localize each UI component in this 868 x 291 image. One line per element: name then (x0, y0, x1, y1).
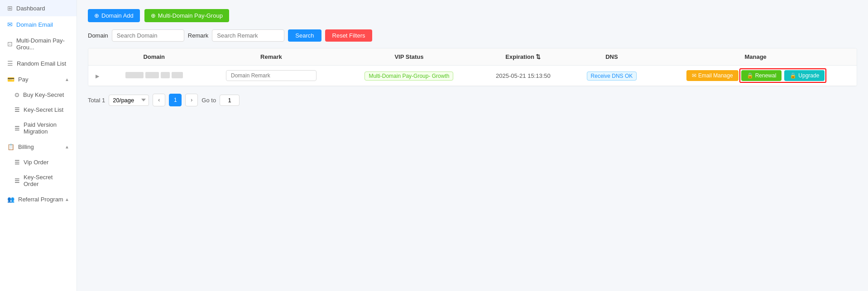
action-bar: ⊕ Domain Add ⊕ Multi-Domain Pay-Group (88, 9, 857, 22)
key-icon: ⊙ (14, 91, 19, 98)
col-domain: Domain (106, 48, 201, 66)
sidebar-group-pay[interactable]: 💳 Pay ▲ (0, 72, 77, 87)
main-content: ⊕ Domain Add ⊕ Multi-Domain Pay-Group Do… (77, 0, 868, 291)
domain-table: Domain Remark VIP Status Expiration ⇅ DN… (88, 48, 857, 86)
upgrade-button[interactable]: 🔒 Upgrade (784, 70, 825, 81)
vip-status-tag: Multi-Domain Pay-Group- Growth (364, 72, 453, 81)
sidebar-item-vip-order[interactable]: ☰ Vip Order (0, 155, 77, 170)
next-page-button[interactable]: › (185, 94, 198, 106)
search-button[interactable]: Search (288, 29, 321, 42)
sidebar-item-label: Key-Secret List (24, 106, 63, 113)
sidebar-item-label: Buy Key-Secret (23, 91, 64, 98)
pagination-bar: Total 1 20/page 50/page 100/page ‹ 1 › G… (88, 94, 857, 106)
chevron-down-icon: ▲ (65, 197, 69, 202)
sidebar-item-label: Paid Version Migration (24, 121, 69, 135)
filter-bar: Domain Remark Search Reset Filters (88, 29, 857, 42)
expiration-cell: 2025-05-21 15:13:50 (477, 66, 569, 86)
sidebar-item-key-secret-order[interactable]: ☰ Key-Secret Order (0, 170, 77, 191)
domain-cell (106, 66, 201, 86)
col-vip-status: VIP Status (341, 48, 478, 66)
renewal-button[interactable]: 🔒 Renewal (741, 70, 782, 81)
order-icon: ☰ (14, 177, 20, 184)
vip-icon: ☰ (14, 159, 20, 166)
multi-domain-pay-button[interactable]: ⊕ Multi-Domain Pay-Group (144, 9, 229, 22)
renewal-label: Renewal (755, 72, 777, 79)
plus-icon: ⊕ (94, 12, 99, 19)
domain-filter-label: Domain (88, 32, 108, 39)
sidebar-group-label: Pay (18, 76, 28, 83)
email-icon: ✉ (7, 21, 13, 28)
sidebar-item-buy-key[interactable]: ⊙ Buy Key-Secret (0, 87, 77, 102)
lock-icon: 🔒 (790, 72, 796, 79)
sidebar-item-paid-migration[interactable]: ☰ Paid Version Migration (0, 117, 77, 139)
sidebar-item-random-email[interactable]: ☰ Random Email List (0, 55, 77, 72)
reset-label: Reset Filters (332, 32, 365, 39)
sidebar-item-label: Key-Secret Order (24, 174, 69, 187)
sidebar-item-label: Vip Order (24, 159, 48, 166)
domain-masked (125, 72, 183, 78)
chevron-up-icon: ▲ (65, 77, 69, 82)
col-manage: Manage (654, 48, 857, 66)
lock-icon: 🔒 (747, 72, 753, 79)
sidebar-group-label: Billing (18, 143, 34, 150)
sidebar-group-billing[interactable]: 📋 Billing ▲ (0, 139, 77, 155)
sidebar-item-key-secret-list[interactable]: ☰ Key-Secret List (0, 102, 77, 117)
page-1-button[interactable]: 1 (169, 94, 182, 106)
dashboard-icon: ⊞ (7, 5, 13, 12)
content-area: ⊕ Domain Add ⊕ Multi-Domain Pay-Group Do… (77, 0, 868, 291)
dns-tag: Receive DNS OK (587, 72, 637, 81)
reset-filters-button[interactable]: Reset Filters (325, 29, 373, 42)
sidebar-item-domain-email[interactable]: ✉ Domain Email (0, 16, 77, 33)
upgrade-label: Upgrade (798, 72, 819, 79)
email-icon: ✉ (692, 72, 696, 79)
sidebar-item-label: Domain Email (16, 21, 53, 28)
list-icon: ☰ (7, 60, 13, 67)
group-icon: ⊕ (151, 12, 156, 19)
goto-input[interactable] (220, 95, 240, 106)
vip-status-cell: Multi-Domain Pay-Group- Growth (341, 66, 478, 86)
sidebar-item-label: Multi-Domain Pay-Grou... (16, 37, 69, 51)
grid-icon: ⊡ (7, 40, 13, 48)
search-label: Search (295, 32, 314, 39)
expand-arrow-icon[interactable]: ▶ (96, 73, 99, 79)
remark-cell[interactable] (201, 66, 340, 86)
email-manage-label: Email Manage (698, 72, 733, 79)
sidebar: ⊞ Dashboard ✉ Domain Email ⊡ Multi-Domai… (0, 0, 77, 291)
domain-search-input[interactable] (112, 29, 184, 42)
multi-domain-pay-label: Multi-Domain Pay-Group (158, 12, 223, 19)
email-manage-button[interactable]: ✉ Email Manage (686, 70, 739, 81)
manage-buttons: ✉ Email Manage 🔒 Renewal (662, 70, 849, 81)
billing-icon: 📋 (7, 143, 14, 150)
chevron-up-icon: ▲ (65, 144, 69, 149)
col-expiration: Expiration ⇅ (477, 48, 569, 66)
domain-add-label: Domain Add (101, 12, 134, 19)
sidebar-group-label: Referral Program (18, 196, 63, 203)
pagination-total: Total 1 (88, 97, 105, 104)
prev-page-button[interactable]: ‹ (153, 94, 165, 106)
referral-icon: 👥 (7, 196, 14, 203)
list-icon: ☰ (14, 106, 20, 113)
remark-search-input[interactable] (212, 29, 284, 42)
table-row: ▶ (88, 66, 857, 86)
remark-input[interactable] (226, 70, 317, 81)
sidebar-item-label: Dashboard (16, 5, 45, 12)
sidebar-group-referral[interactable]: 👥 Referral Program ▲ (0, 191, 77, 207)
dns-cell: Receive DNS OK (569, 66, 654, 86)
domain-add-button[interactable]: ⊕ Domain Add (88, 9, 140, 22)
manage-cell: ✉ Email Manage 🔒 Renewal (654, 66, 857, 86)
goto-label: Go to (201, 97, 216, 104)
renewal-upgrade-group: 🔒 Renewal 🔒 Upgrade (741, 70, 825, 81)
page-size-select[interactable]: 20/page 50/page 100/page (109, 95, 149, 106)
sidebar-item-multi-domain[interactable]: ⊡ Multi-Domain Pay-Grou... (0, 33, 77, 55)
migration-icon: ☰ (14, 125, 20, 132)
pay-icon: 💳 (7, 76, 14, 83)
col-dns: DNS (569, 48, 654, 66)
sidebar-item-label: Random Email List (17, 60, 66, 67)
remark-filter-label: Remark (188, 32, 209, 39)
sidebar-item-dashboard[interactable]: ⊞ Dashboard (0, 0, 77, 16)
col-remark: Remark (201, 48, 340, 66)
